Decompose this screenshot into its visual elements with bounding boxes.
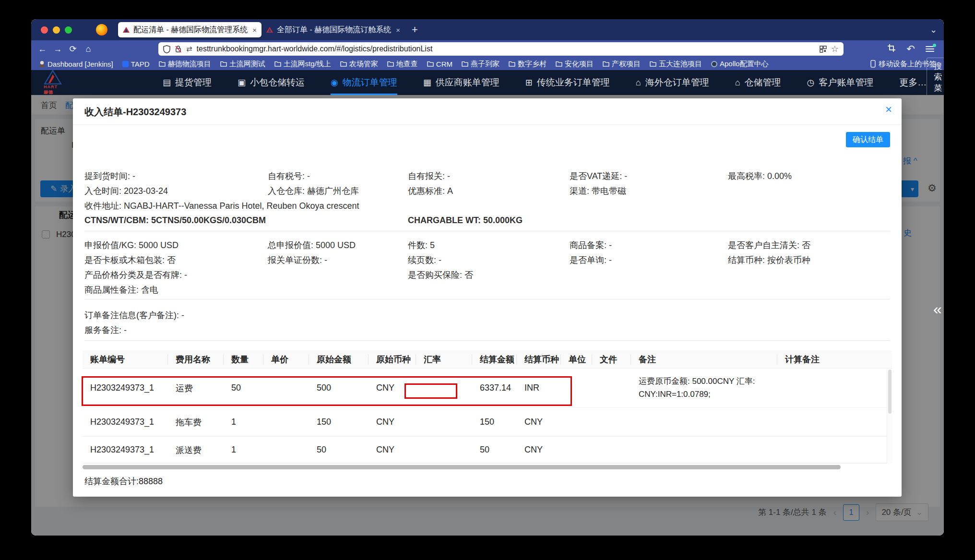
url-text[interactable]: testtrunkbookingmgr.hart-worldwide.com/#… [197,45,815,53]
bookmark-folder[interactable]: 土流网测试 [220,60,265,69]
hart-favicon-icon [123,27,130,33]
nav-item-traditional-orders[interactable]: ⊞传统业务订单管理 [525,70,610,95]
info-field: 最高税率: 0.00% [728,168,890,183]
nav-item-supplier-bills[interactable]: ▦供应商账单管理 [423,70,499,95]
info-section-b: 申报价值/KG: 5000 USD 总申报价值: 5000 USD 件数: 5 … [84,238,890,297]
drawer-collapse-handle[interactable]: « [931,295,944,323]
info-field: 申报价值/KG: 5000 USD [84,238,268,252]
bookmark-folder[interactable]: 土流网stg/线上 [274,60,331,69]
hart-logo[interactable]: HART赫德 [44,70,62,95]
new-tab-button[interactable]: + [412,24,418,36]
nav-item-logistics-orders[interactable]: ◉物流订单管理 [331,70,397,95]
shield-icon[interactable] [163,45,170,53]
tab-all-orders[interactable]: 全部订单 - 赫德国际物流订舱系统 × [262,22,405,37]
connection-settings-icon[interactable]: ⇄ [186,45,192,53]
folder-icon [462,61,468,67]
bookmark-folder[interactable]: 五大连池项目 [650,60,702,69]
column-header: 结算币种 [517,350,561,369]
nav-item-parcel-warehouse[interactable]: ▣小包仓储转运 [238,70,305,95]
column-header: 原始币种 [369,350,416,369]
house-icon: ⌂ [735,78,740,88]
info-field: 自有税号: - [268,168,408,183]
nav-item-pickup[interactable]: ▤提货管理 [163,70,212,95]
column-header: 单位 [561,350,592,369]
apollo-icon [711,61,717,67]
bookmark-folder[interactable]: 数字乡村 [509,60,547,69]
nav-item-customer-bills[interactable]: ◷客户账单管理 [807,70,874,95]
tab-close-icon[interactable]: × [252,26,257,34]
qr-code-icon[interactable] [820,46,827,53]
info-field: 自有报关: - [408,168,570,183]
screenshot-icon[interactable] [887,44,896,54]
page-content: 首页 配 配运单 E ✎ 录入 报 ^ ▾ ⚙ 配运 H230 史 第 1-1 … [31,95,944,536]
nav-item-more[interactable]: 更多… [899,70,927,95]
info-field: 商品备案: - [570,238,728,252]
url-bar[interactable]: ⇄ testtrunkbookingmgr.hart-worldwide.com… [158,42,844,56]
column-header: 单价 [263,350,309,369]
fullscreen-window-icon[interactable] [65,26,72,34]
bookmark-folder[interactable]: 燕子到家 [462,60,499,69]
app-nav-bar: HART赫德 ▤提货管理 ▣小包仓储转运 ◉物流订单管理 ▦供应商账单管理 ⊞传… [31,70,944,95]
info-section-c: 订单备注信息(客户备注): - 服务备注: - [84,308,890,337]
tab-distribution-list[interactable]: 配运清单 - 赫德国际物流管理系统 × [118,22,262,37]
folder-icon [220,61,227,67]
grid-icon: ⊞ [525,77,533,88]
bookmark-folder[interactable]: 安化项目 [556,60,594,69]
bookmark-folder[interactable]: 赫德物流项目 [159,60,211,69]
home-icon: ⌂ [636,78,641,88]
bookmark-jenkins[interactable]: Dashboard [Jenkins] [39,60,113,68]
toolbar-right-icons: ↶ [887,43,938,55]
info-field: 服务备注: - [84,322,890,337]
forward-icon[interactable]: → [52,44,63,54]
info-field: 入仓仓库: 赫德广州仓库 [268,183,408,198]
cell: CNY [517,417,561,427]
nav-item-warehouse-mgmt[interactable]: ⌂仓储管理 [735,70,781,95]
column-header: 费用名称 [168,350,224,369]
info-field: 件数: 5 [408,238,570,252]
annotation-red-box-exchange-rate [404,383,457,399]
info-field: 渠道: 带电带磁 [570,183,890,198]
nav-item-overseas-orders[interactable]: ⌂海外仓订单管理 [636,70,709,95]
fee-table-header: 账单编号 费用名称 数量 单价 原始金额 原始币种 汇率 结算金额 结算币种 单… [83,350,892,369]
close-icon[interactable]: × [885,104,892,115]
vertical-scrollbar[interactable] [887,369,892,464]
info-field: 产品价格分类及是否有牌: - [84,267,408,282]
bookmark-star-icon[interactable]: ☆ [831,44,839,54]
cell: 50 [309,445,369,455]
column-header: 计算备注 [777,350,892,369]
minimize-window-icon[interactable] [53,26,60,34]
info-field: 商品属性备注: 含电 [84,282,890,297]
tab-title: 全部订单 - 赫德国际物流订舱系统 [277,25,391,35]
back-icon[interactable]: ← [37,44,48,54]
tab-close-icon[interactable]: × [396,26,400,34]
close-window-icon[interactable] [41,26,48,34]
column-header: 备注 [631,350,777,369]
list-all-tabs-icon[interactable]: ⌄ [930,24,937,35]
info-field: CHARGABLE WT: 50.000KG [408,213,890,228]
reload-icon[interactable]: ⟳ [68,44,78,54]
bookmark-folder[interactable]: 地查查 [387,60,418,69]
horizontal-scrollbar[interactable] [83,465,892,469]
info-field: 优惠标准: A [408,183,570,198]
info-field: 入仓时间: 2023-03-24 [84,183,268,198]
menu-icon[interactable] [926,46,934,52]
bookmark-folder[interactable]: 农场管家 [340,60,378,69]
remark-cell: 运费原币金额: 500.00CNY 汇率: CNY:INR=1:0.0789; [631,375,777,401]
confirm-statement-button[interactable]: 确认结单 [846,132,890,147]
hart-favicon-icon [266,27,273,33]
bookmark-apollo[interactable]: Apollo配置中心 [711,60,769,69]
info-field: 是否单询: - [570,252,728,267]
bookmark-folder[interactable]: CRM [427,60,452,68]
cell: 150 [309,417,369,427]
undo-icon[interactable]: ↶ [905,43,916,55]
bookmark-tapd[interactable]: TAPD [122,60,150,68]
lock-slash-icon[interactable] [175,45,182,53]
home-icon[interactable]: ⌂ [83,44,94,54]
column-header: 数量 [224,350,263,369]
app-menu: ▤提货管理 ▣小包仓储转运 ◉物流订单管理 ▦供应商账单管理 ⊞传统业务订单管理… [163,70,927,95]
browser-toolbar: ← → ⟳ ⌂ ⇄ testtrunkbookingmgr.hart-world… [31,40,944,58]
column-header: 结算金额 [472,350,517,369]
bookmark-folder[interactable]: 产权项目 [603,60,641,69]
cell: 150 [472,417,517,427]
folder-icon [509,61,515,67]
